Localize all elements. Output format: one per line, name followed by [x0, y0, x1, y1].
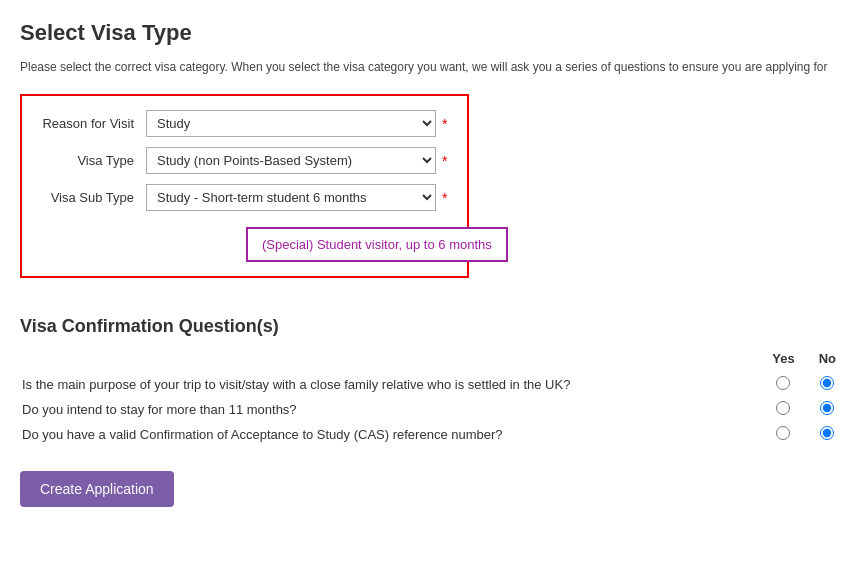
question-label: Is the main purpose of your trip to visi…: [20, 372, 760, 397]
visa-type-select[interactable]: Study (non Points-Based System): [146, 147, 436, 174]
visa-type-row: Visa Type Study (non Points-Based System…: [36, 147, 447, 174]
yes-radio-cell: [760, 422, 806, 447]
question-label: Do you intend to stay for more than 11 m…: [20, 397, 760, 422]
visa-type-select-wrap: Study (non Points-Based System) *: [146, 147, 447, 174]
reason-for-visit-row: Reason for Visit Study *: [36, 110, 447, 137]
confirmation-section-title: Visa Confirmation Question(s): [20, 316, 848, 337]
no-radio[interactable]: [820, 401, 834, 415]
yes-radio-cell: [760, 397, 806, 422]
question-label: Do you have a valid Confirmation of Acce…: [20, 422, 760, 447]
no-radio-cell: [807, 422, 848, 447]
visa-sub-type-row: Visa Sub Type Study - Short-term student…: [36, 184, 447, 211]
no-radio[interactable]: [820, 426, 834, 440]
no-radio-cell: [807, 372, 848, 397]
reason-select-wrap: Study *: [146, 110, 447, 137]
yes-radio-cell: [760, 372, 806, 397]
table-row: Is the main purpose of your trip to visi…: [20, 372, 848, 397]
visa-type-label: Visa Type: [36, 153, 146, 168]
visa-sub-type-required: *: [442, 190, 447, 206]
yes-radio[interactable]: [776, 426, 790, 440]
visa-sub-type-label: Visa Sub Type: [36, 190, 146, 205]
create-application-button[interactable]: Create Application: [20, 471, 174, 507]
yes-header: Yes: [760, 351, 806, 372]
visa-sub-type-select-wrap: Study - Short-term student 6 months *: [146, 184, 447, 211]
reason-label: Reason for Visit: [36, 116, 146, 131]
yes-radio[interactable]: [776, 401, 790, 415]
visa-type-required: *: [442, 153, 447, 169]
yes-radio[interactable]: [776, 376, 790, 390]
table-row: Do you intend to stay for more than 11 m…: [20, 397, 848, 422]
no-radio[interactable]: [820, 376, 834, 390]
visa-sub-type-select[interactable]: Study - Short-term student 6 months: [146, 184, 436, 211]
intro-text: Please select the correct visa category.…: [20, 58, 848, 76]
reason-required: *: [442, 116, 447, 132]
page-title: Select Visa Type: [20, 20, 848, 46]
no-header: No: [807, 351, 848, 372]
confirmation-questions-table: Yes No Is the main purpose of your trip …: [20, 351, 848, 447]
visa-type-section: Reason for Visit Study * Visa Type Study…: [20, 94, 469, 278]
reason-select[interactable]: Study: [146, 110, 436, 137]
tooltip-box: (Special) Student visitor, up to 6 month…: [246, 227, 508, 262]
table-row: Do you have a valid Confirmation of Acce…: [20, 422, 848, 447]
no-radio-cell: [807, 397, 848, 422]
